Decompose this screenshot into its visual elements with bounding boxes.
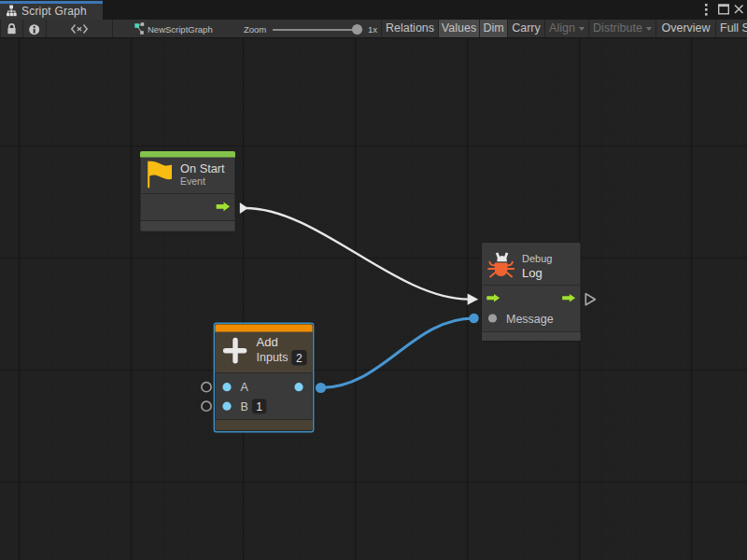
svg-text:1: 1 bbox=[256, 400, 262, 413]
svg-text:Event: Event bbox=[180, 175, 205, 187]
svg-text:Add: Add bbox=[257, 335, 278, 349]
svg-text:Inputs: Inputs bbox=[257, 351, 289, 364]
svg-text:2: 2 bbox=[296, 352, 303, 365]
svg-text:Log: Log bbox=[522, 266, 543, 280]
svg-text:B: B bbox=[241, 400, 248, 413]
svg-text:On Start: On Start bbox=[180, 161, 225, 175]
svg-text:Message: Message bbox=[506, 313, 554, 326]
svg-text:A: A bbox=[241, 381, 249, 394]
svg-text:Debug: Debug bbox=[522, 253, 552, 264]
